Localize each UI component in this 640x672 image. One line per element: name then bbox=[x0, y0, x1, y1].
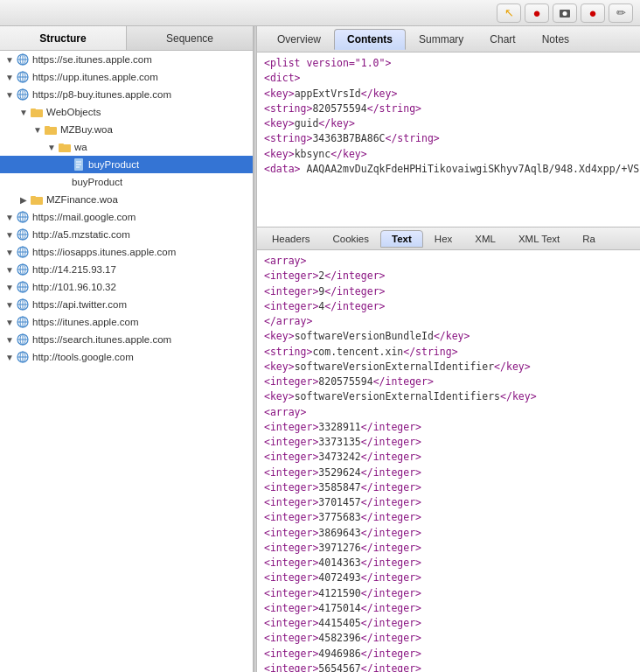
tree-node-icon bbox=[58, 140, 72, 154]
tree-item[interactable]: buyProduct bbox=[0, 156, 253, 173]
tree-container: ▼https://se.itunes.apple.com▼https://upp… bbox=[0, 51, 253, 672]
tree-node-icon bbox=[16, 70, 30, 84]
tree-item[interactable]: ▼https://search.itunes.apple.com bbox=[0, 331, 253, 348]
tree-item[interactable]: ▼wa bbox=[0, 138, 253, 156]
tree-item[interactable]: ▼http://14.215.93.17 bbox=[0, 261, 253, 278]
tree-item[interactable]: ▼WebObjects bbox=[0, 103, 253, 121]
tree-item-label: https://p8-buy.itunes.apple.com bbox=[32, 89, 171, 100]
xml-line: <data> AAQAA2mvDuZqkFdeHPHiTikovaiwgiSKh… bbox=[264, 162, 633, 177]
tree-item[interactable]: ▼https://api.twitter.com bbox=[0, 296, 253, 313]
tree-item[interactable]: ▼https://iosapps.itunes.apple.com bbox=[0, 243, 253, 261]
xml-line: <key>softwareVersionExternalIdentifier</… bbox=[264, 360, 633, 374]
tree-node-icon bbox=[16, 298, 30, 312]
tree-arrow-icon: ▼ bbox=[3, 246, 16, 258]
pointer-tool-button[interactable]: ↖ bbox=[497, 4, 521, 23]
tree-arrow-icon: ▼ bbox=[3, 53, 16, 66]
tree-node-icon bbox=[16, 280, 30, 294]
tab-contents[interactable]: Contents bbox=[334, 29, 406, 50]
xml-line: <integer>3775683</integer> bbox=[264, 510, 633, 525]
content-area: <plist version="1.0"> <dict> <key>appExt… bbox=[257, 52, 640, 672]
xml-line: <integer>3585847</integer> bbox=[264, 480, 633, 495]
tree-item[interactable]: ▼http://101.96.10.32 bbox=[0, 278, 253, 296]
tree-item[interactable]: ▼http://a5.mzstatic.com bbox=[0, 226, 253, 243]
xml-line: <key>appExtVrsId</key> bbox=[264, 87, 633, 102]
tree-node-icon bbox=[16, 262, 30, 276]
tree-item-label: https://api.twitter.com bbox=[32, 299, 127, 310]
xml-line: <key>kbsync</key> bbox=[264, 147, 633, 162]
tree-item-label: https://se.itunes.apple.com bbox=[32, 54, 152, 65]
xml-bottom-section: <array> <integer>2</integer> <integer>9<… bbox=[257, 250, 640, 672]
tree-item[interactable]: ▼https://upp.itunes.apple.com bbox=[0, 68, 253, 86]
tree-item[interactable]: ▼http://tools.google.com bbox=[0, 348, 253, 366]
tree-item-label: https://itunes.apple.com bbox=[32, 317, 138, 327]
tree-arrow-icon: ▼ bbox=[17, 106, 30, 118]
tree-arrow-icon bbox=[59, 158, 72, 171]
xml-line: <integer>4415405</integer> bbox=[264, 616, 633, 631]
tree-item[interactable]: ▼https://p8-buy.itunes.apple.com bbox=[0, 86, 253, 103]
camera-button[interactable] bbox=[553, 4, 577, 23]
xml-line: <integer>3328911</integer> bbox=[264, 420, 633, 435]
tree-item-label: http://a5.mzstatic.com bbox=[32, 229, 130, 240]
xml-line: </array> bbox=[264, 314, 633, 329]
tree-node-icon bbox=[16, 332, 30, 346]
tree-item[interactable]: buyProduct bbox=[0, 173, 253, 191]
sub-tab-xml[interactable]: XML bbox=[463, 230, 507, 248]
tree-node-icon bbox=[16, 315, 30, 329]
stop-button[interactable]: ● bbox=[581, 4, 605, 23]
xml-line: <array> bbox=[264, 254, 633, 269]
tree-node-icon bbox=[16, 350, 30, 364]
svg-rect-25 bbox=[31, 196, 36, 199]
tree-item[interactable]: ▶MZFinance.woa bbox=[0, 191, 253, 208]
tree-item[interactable]: ▼MZBuy.woa bbox=[0, 121, 253, 138]
tree-item-label: http://tools.google.com bbox=[32, 352, 134, 362]
xml-line: <integer>3869643</integer> bbox=[264, 526, 633, 541]
xml-line: <integer>5654567</integer> bbox=[264, 662, 633, 672]
pen-button[interactable]: ✏ bbox=[609, 4, 633, 23]
xml-line: <integer>820575594</integer> bbox=[264, 374, 633, 389]
tab-overview[interactable]: Overview bbox=[264, 29, 334, 50]
tree-item-label: https://iosapps.itunes.apple.com bbox=[32, 247, 176, 257]
sub-tab-headers[interactable]: Headers bbox=[261, 230, 321, 248]
svg-rect-15 bbox=[31, 108, 36, 111]
tree-item-label: wa bbox=[74, 142, 87, 152]
xml-line: <key>guid</key> bbox=[264, 116, 633, 131]
xml-line: <integer>4072493</integer> bbox=[264, 570, 633, 585]
tree-node-icon bbox=[30, 192, 44, 206]
tree-item[interactable]: ▼https://mail.google.com bbox=[0, 208, 253, 226]
tree-node-icon bbox=[16, 228, 30, 242]
tree-arrow-icon: ▼ bbox=[3, 228, 16, 241]
xml-line: <integer>2</integer> bbox=[264, 269, 633, 284]
xml-line: <string>820575594</string> bbox=[264, 102, 633, 116]
xml-top-content[interactable]: <plist version="1.0"> <dict> <key>appExt… bbox=[257, 52, 640, 227]
tree-item[interactable]: ▼https://se.itunes.apple.com bbox=[0, 51, 253, 68]
tree-item[interactable]: ▼https://itunes.apple.com bbox=[0, 313, 253, 331]
record-button[interactable]: ● bbox=[525, 4, 549, 23]
tab-chart[interactable]: Chart bbox=[477, 29, 528, 50]
tab-notes[interactable]: Notes bbox=[529, 29, 582, 50]
sub-tab-cookies[interactable]: Cookies bbox=[321, 230, 380, 248]
tree-item-label: https://mail.google.com bbox=[32, 212, 136, 222]
tree-arrow-icon: ▼ bbox=[3, 316, 16, 328]
tab-structure[interactable]: Structure bbox=[0, 26, 127, 50]
right-panel: Overview Contents Summary Chart Notes <p… bbox=[257, 26, 640, 672]
sub-tab-ra[interactable]: Ra bbox=[571, 230, 607, 248]
xml-line: <integer>4121590</integer> bbox=[264, 586, 633, 601]
tree-arrow-icon bbox=[59, 176, 72, 188]
xml-line: <integer>3373135</integer> bbox=[264, 435, 633, 450]
tree-arrow-icon: ▼ bbox=[31, 123, 44, 136]
tree-item-label: buyProduct bbox=[72, 177, 122, 187]
xml-line: <integer>9</integer> bbox=[264, 284, 633, 299]
tab-summary[interactable]: Summary bbox=[406, 29, 477, 50]
sub-tab-hex[interactable]: Hex bbox=[423, 230, 463, 248]
tree-node-icon bbox=[16, 52, 30, 66]
sub-tabs-bar: Headers Cookies Text Hex XML XML Text Ra bbox=[257, 228, 640, 250]
sub-tab-text[interactable]: Text bbox=[380, 230, 423, 248]
tree-arrow-icon: ▼ bbox=[3, 298, 16, 311]
xml-bottom-content[interactable]: <array> <integer>2</integer> <integer>9<… bbox=[257, 250, 640, 672]
svg-point-1 bbox=[563, 11, 567, 16]
xml-line: <key>softwareVersionExternalIdentifiers<… bbox=[264, 389, 633, 404]
tree-item-label: http://14.215.93.17 bbox=[32, 264, 116, 275]
tab-sequence[interactable]: Sequence bbox=[127, 26, 253, 50]
tree-arrow-icon: ▼ bbox=[3, 281, 16, 293]
sub-tab-xml-text[interactable]: XML Text bbox=[507, 230, 571, 248]
